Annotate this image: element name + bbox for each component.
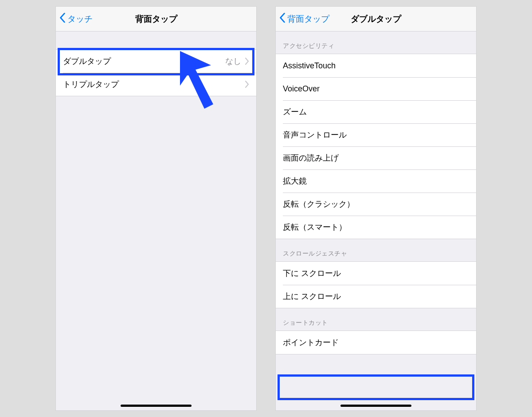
- option-magnifier[interactable]: 拡大鏡: [276, 169, 476, 193]
- chevron-left-icon: [279, 13, 287, 25]
- row-triple-tap[interactable]: トリプルタップ: [56, 73, 256, 96]
- home-indicator: [121, 405, 192, 407]
- row-label: ズーム: [283, 106, 307, 117]
- row-label: VoiceOver: [283, 84, 320, 94]
- row-label: 画面の読み上げ: [283, 153, 339, 163]
- spacer: [56, 31, 256, 49]
- chevron-right-icon: [245, 81, 249, 88]
- option-invert-classic[interactable]: 反転（クラシック）: [276, 193, 476, 216]
- row-label: 反転（クラシック）: [283, 199, 355, 209]
- group-shortcut: ポイントカード: [276, 330, 476, 354]
- row-label: ポイントカード: [283, 337, 339, 348]
- row-label: 下に スクロール: [283, 268, 341, 279]
- highlight-box: [278, 374, 474, 400]
- phone-right: 背面タップ ダブルタップ アクセシビリティ AssistiveTouch Voi…: [276, 7, 476, 410]
- back-button[interactable]: 背面タップ: [279, 13, 329, 25]
- chevron-left-icon: [59, 13, 67, 25]
- settings-group: ダブルタップ なし トリプルタップ: [56, 49, 256, 96]
- option-voiceover[interactable]: VoiceOver: [276, 77, 476, 100]
- group-accessibility: AssistiveTouch VoiceOver ズーム 音声コントロール 画面…: [276, 54, 476, 239]
- option-point-card[interactable]: ポイントカード: [276, 331, 476, 354]
- row-label: 音声コントロール: [283, 130, 347, 140]
- option-zoom[interactable]: ズーム: [276, 100, 476, 123]
- row-value: なし: [225, 56, 241, 67]
- chevron-right-icon: [245, 58, 249, 65]
- back-label: 背面タップ: [287, 13, 329, 25]
- section-header-accessibility: アクセシビリティ: [276, 31, 476, 54]
- navbar: タッチ 背面タップ: [56, 7, 256, 31]
- phone-left: タッチ 背面タップ ダブルタップ なし トリプルタップ: [56, 7, 256, 410]
- row-label: 拡大鏡: [283, 176, 307, 186]
- row-label: 反転（スマート）: [283, 222, 347, 232]
- option-voice-control[interactable]: 音声コントロール: [276, 123, 476, 146]
- row-double-tap[interactable]: ダブルタップ なし: [56, 50, 256, 73]
- row-label: ダブルタップ: [63, 56, 111, 67]
- option-assistive-touch[interactable]: AssistiveTouch: [276, 54, 476, 77]
- option-scroll-down[interactable]: 下に スクロール: [276, 262, 476, 285]
- row-label: AssistiveTouch: [283, 61, 336, 71]
- section-header-scroll: スクロールジェスチャ: [276, 239, 476, 261]
- navbar: 背面タップ ダブルタップ: [276, 7, 476, 31]
- row-label: トリプルタップ: [63, 79, 119, 90]
- option-scroll-up[interactable]: 上に スクロール: [276, 285, 476, 308]
- section-header-shortcut: ショートカット: [276, 308, 476, 330]
- back-button[interactable]: タッチ: [59, 13, 93, 25]
- option-invert-smart[interactable]: 反転（スマート）: [276, 216, 476, 239]
- row-label: 上に スクロール: [283, 291, 341, 302]
- group-scroll: 下に スクロール 上に スクロール: [276, 261, 476, 308]
- home-indicator: [340, 405, 411, 407]
- option-speak-screen[interactable]: 画面の読み上げ: [276, 146, 476, 169]
- back-label: タッチ: [67, 13, 93, 25]
